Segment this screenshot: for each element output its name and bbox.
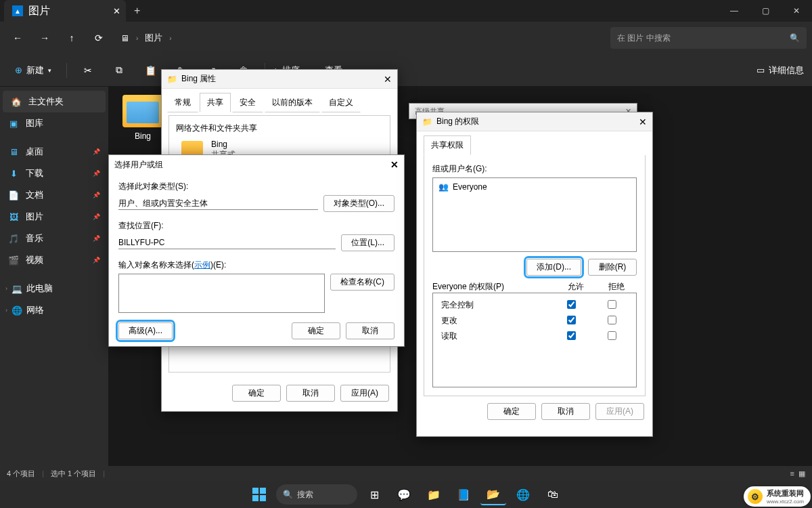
- refresh-button[interactable]: ⟳: [87, 26, 111, 50]
- tab-close-icon[interactable]: ✕: [113, 6, 120, 16]
- object-names-input[interactable]: [118, 274, 325, 313]
- view-grid-icon[interactable]: ▦: [798, 469, 805, 478]
- tab-share-permissions[interactable]: 共享权限: [424, 135, 471, 155]
- svg-rect-2: [252, 495, 258, 501]
- sidebar-item-music[interactable]: 🎵音乐📌: [0, 228, 108, 249]
- view-list-icon[interactable]: ≡: [790, 469, 794, 478]
- user-name: Everyone: [453, 182, 487, 192]
- taskbar-app[interactable]: 💬: [391, 484, 417, 505]
- taskbar-search[interactable]: 🔍 搜索: [276, 484, 357, 505]
- tab-sharing[interactable]: 共享: [200, 93, 231, 112]
- advanced-button[interactable]: 高级(A)...: [118, 322, 173, 339]
- table-row: 完全控制: [437, 297, 632, 313]
- sidebar-item-home[interactable]: 🏠主文件夹: [3, 91, 106, 112]
- sidebar-item-downloads[interactable]: ⬇下载📌: [0, 163, 108, 184]
- new-button[interactable]: ⊕ 新建 ▾: [8, 60, 58, 81]
- pc-icon: 💻: [12, 284, 22, 294]
- allow-checkbox[interactable]: [567, 300, 576, 309]
- tab-customize[interactable]: 自定义: [321, 93, 361, 112]
- sidebar-item-network[interactable]: ›🌐网络: [0, 299, 108, 321]
- dialog-title: Bing 的权限: [436, 116, 479, 127]
- sidebar-item-desktop[interactable]: 🖥桌面📌: [0, 141, 108, 163]
- explorer-tab[interactable]: ▲ 图片 ✕: [4, 0, 126, 22]
- sidebar-item-thispc[interactable]: ›💻此电脑: [0, 278, 108, 299]
- start-button[interactable]: [246, 484, 272, 505]
- dialog-titlebar[interactable]: 📁 Bing 的权限 ✕: [417, 112, 652, 131]
- forward-button[interactable]: →: [32, 26, 57, 50]
- search-input[interactable]: 在 图片 中搜索 🔍: [610, 27, 807, 49]
- apply-button[interactable]: 应用(A): [340, 385, 389, 402]
- details-pane-toggle[interactable]: ▭ 详细信息: [757, 64, 804, 77]
- close-icon[interactable]: ✕: [639, 117, 647, 127]
- ok-button[interactable]: 确定: [487, 403, 536, 420]
- sidebar-item-gallery[interactable]: ▣图库: [0, 112, 108, 134]
- maximize-button[interactable]: ▢: [750, 0, 781, 22]
- folder-small-icon: 📁: [422, 117, 432, 127]
- list-item[interactable]: 👥 Everyone: [436, 181, 633, 193]
- group-users-label: 组或用户名(G):: [432, 163, 637, 175]
- up-button[interactable]: ↑: [60, 26, 84, 50]
- select-user-dialog: 选择用户或组 ✕ 选择此对象类型(S): 对象类型(O)... 查找位置(F):…: [108, 154, 405, 347]
- taskbar-explorer[interactable]: 📂: [480, 484, 506, 505]
- minimize-button[interactable]: —: [719, 0, 750, 22]
- object-types-button[interactable]: 对象类型(O)...: [323, 195, 394, 212]
- back-button[interactable]: ←: [5, 26, 30, 50]
- pictures-icon: ▲: [12, 5, 23, 16]
- remove-button[interactable]: 删除(R): [588, 259, 637, 276]
- pin-icon: 📌: [93, 235, 100, 242]
- taskbar-store[interactable]: 🛍: [540, 484, 566, 505]
- close-icon[interactable]: ✕: [384, 74, 392, 85]
- cancel-button[interactable]: 取消: [346, 322, 394, 339]
- add-button[interactable]: 添加(D)...: [526, 259, 581, 276]
- apply-button[interactable]: 应用(A): [595, 403, 644, 420]
- locations-button[interactable]: 位置(L)...: [341, 234, 394, 251]
- cancel-button[interactable]: 取消: [286, 385, 335, 402]
- svg-rect-3: [260, 495, 266, 501]
- users-listbox[interactable]: 👥 Everyone: [432, 177, 637, 252]
- cut-button[interactable]: ✂: [75, 58, 101, 83]
- dialog-titlebar[interactable]: 📁 Bing 属性 ✕: [162, 70, 397, 89]
- shared-folder-name: Bing: [211, 140, 235, 149]
- dialog-title: 选择用户或组: [114, 159, 163, 171]
- taskbar-app[interactable]: 📁: [421, 484, 447, 505]
- tab-general[interactable]: 常规: [167, 93, 198, 112]
- taskbar-app[interactable]: 📘: [451, 484, 476, 505]
- gallery-icon: ▣: [8, 119, 19, 129]
- deny-checkbox[interactable]: [608, 331, 616, 340]
- paste-button[interactable]: 📋: [137, 58, 163, 83]
- cancel-button[interactable]: 取消: [541, 403, 590, 420]
- col-allow: 允许: [556, 281, 596, 293]
- watermark-logo-icon: ⚙: [748, 489, 763, 504]
- deny-checkbox[interactable]: [608, 316, 616, 324]
- allow-checkbox[interactable]: [567, 331, 576, 340]
- check-names-button[interactable]: 检查名称(C): [330, 274, 394, 291]
- sidebar-item-videos[interactable]: 🎬视频📌: [0, 249, 108, 271]
- chevron-right-icon: ›: [5, 307, 7, 314]
- dialog-titlebar[interactable]: 选择用户或组 ✕: [109, 155, 404, 174]
- copy-button[interactable]: ⧉: [106, 58, 132, 83]
- breadcrumb[interactable]: 🖥 › 图片 ›: [120, 32, 172, 44]
- deny-checkbox[interactable]: [608, 300, 616, 309]
- close-icon[interactable]: ✕: [390, 159, 399, 170]
- allow-checkbox[interactable]: [567, 316, 576, 324]
- examples-link[interactable]: 示例: [194, 260, 210, 270]
- sidebar-item-pictures[interactable]: 🖼图片📌: [0, 206, 108, 228]
- search-icon: 🔍: [790, 33, 800, 43]
- ok-button[interactable]: 确定: [232, 385, 281, 402]
- breadcrumb-item[interactable]: 图片: [145, 32, 162, 44]
- sidebar-item-documents[interactable]: 📄文档📌: [0, 184, 108, 206]
- sidebar: 🏠主文件夹 ▣图库 🖥桌面📌 ⬇下载📌 📄文档📌 🖼图片📌 🎵音乐📌 🎬视频📌 …: [0, 87, 108, 476]
- network-icon: 🌐: [12, 305, 22, 316]
- ok-button[interactable]: 确定: [292, 322, 340, 339]
- close-button[interactable]: ✕: [781, 0, 812, 22]
- task-view-button[interactable]: ⊞: [361, 484, 387, 505]
- section-label: 网络文件和文件夹共享: [176, 123, 383, 134]
- pin-icon: 📌: [93, 213, 100, 220]
- new-tab-button[interactable]: +: [134, 5, 140, 17]
- pin-icon: 📌: [93, 192, 100, 198]
- taskbar-edge[interactable]: 🌐: [510, 484, 536, 505]
- selected-count: 选中 1 个项目: [51, 469, 96, 479]
- group-icon: 👥: [438, 182, 449, 192]
- tab-security[interactable]: 安全: [232, 93, 263, 112]
- tab-previous-versions[interactable]: 以前的版本: [265, 93, 320, 112]
